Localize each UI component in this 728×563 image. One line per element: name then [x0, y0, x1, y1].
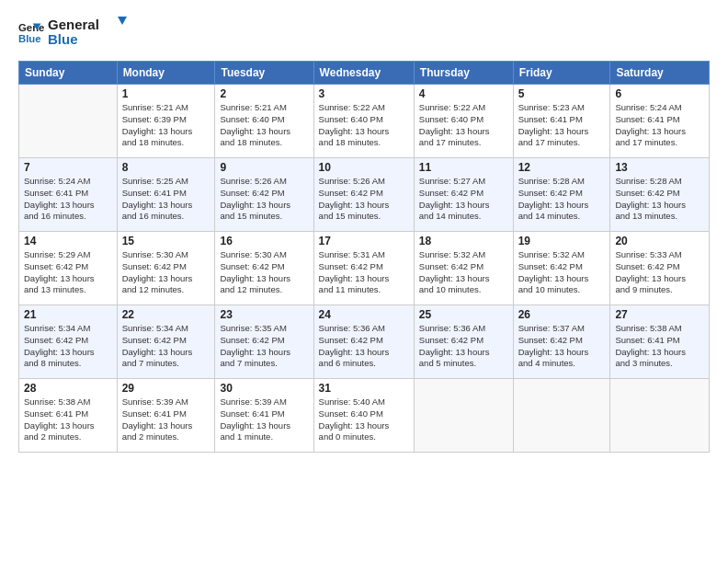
calendar-cell: 16Sunrise: 5:30 AM Sunset: 6:42 PM Dayli…: [215, 232, 313, 305]
cell-info: Sunrise: 5:38 AM Sunset: 6:41 PM Dayligh…: [24, 396, 112, 443]
calendar: SundayMondayTuesdayWednesdayThursdayFrid…: [18, 61, 710, 453]
cell-info: Sunrise: 5:33 AM Sunset: 6:42 PM Dayligh…: [615, 249, 704, 296]
logo-icon: General Blue: [18, 20, 44, 46]
calendar-cell: 10Sunrise: 5:26 AM Sunset: 6:42 PM Dayli…: [313, 158, 414, 232]
cell-info: Sunrise: 5:28 AM Sunset: 6:42 PM Dayligh…: [518, 176, 606, 223]
calendar-cell: 22Sunrise: 5:34 AM Sunset: 6:42 PM Dayli…: [117, 305, 215, 379]
week-row-1: 1Sunrise: 5:21 AM Sunset: 6:39 PM Daylig…: [19, 85, 710, 158]
weekday-header-saturday: Saturday: [610, 62, 710, 85]
weekday-header-friday: Friday: [513, 62, 610, 85]
cell-info: Sunrise: 5:36 AM Sunset: 6:42 PM Dayligh…: [319, 323, 409, 370]
calendar-cell: 19Sunrise: 5:32 AM Sunset: 6:42 PM Dayli…: [513, 232, 610, 305]
cell-info: Sunrise: 5:34 AM Sunset: 6:42 PM Dayligh…: [24, 323, 112, 370]
day-number: 26: [518, 308, 606, 321]
calendar-cell: 14Sunrise: 5:29 AM Sunset: 6:42 PM Dayli…: [19, 232, 118, 305]
cell-info: Sunrise: 5:30 AM Sunset: 6:42 PM Dayligh…: [122, 249, 210, 296]
cell-info: Sunrise: 5:27 AM Sunset: 6:42 PM Dayligh…: [419, 176, 508, 223]
calendar-cell: 2Sunrise: 5:21 AM Sunset: 6:40 PM Daylig…: [215, 85, 313, 158]
cell-info: Sunrise: 5:26 AM Sunset: 6:42 PM Dayligh…: [319, 176, 409, 223]
day-number: 8: [122, 161, 210, 174]
cell-info: Sunrise: 5:30 AM Sunset: 6:42 PM Dayligh…: [220, 249, 308, 296]
calendar-cell: 11Sunrise: 5:27 AM Sunset: 6:42 PM Dayli…: [414, 158, 513, 232]
cell-info: Sunrise: 5:32 AM Sunset: 6:42 PM Dayligh…: [419, 249, 508, 296]
week-row-4: 21Sunrise: 5:34 AM Sunset: 6:42 PM Dayli…: [19, 305, 710, 379]
calendar-cell: 30Sunrise: 5:39 AM Sunset: 6:41 PM Dayli…: [215, 379, 313, 453]
logo: General Blue General Blue: [18, 15, 131, 52]
calendar-cell: 6Sunrise: 5:24 AM Sunset: 6:41 PM Daylig…: [610, 85, 710, 158]
calendar-cell: 12Sunrise: 5:28 AM Sunset: 6:42 PM Dayli…: [513, 158, 610, 232]
day-number: 6: [615, 87, 704, 100]
day-number: 14: [24, 235, 112, 247]
cell-info: Sunrise: 5:39 AM Sunset: 6:41 PM Dayligh…: [122, 396, 210, 443]
calendar-cell: 26Sunrise: 5:37 AM Sunset: 6:42 PM Dayli…: [513, 305, 610, 379]
weekday-header-sunday: Sunday: [19, 62, 118, 85]
cell-info: Sunrise: 5:28 AM Sunset: 6:42 PM Dayligh…: [615, 176, 704, 223]
calendar-cell: [610, 379, 710, 453]
day-number: 20: [615, 235, 704, 247]
day-number: 27: [615, 308, 704, 321]
calendar-cell: [414, 379, 513, 453]
calendar-cell: 23Sunrise: 5:35 AM Sunset: 6:42 PM Dayli…: [215, 305, 313, 379]
day-number: 15: [122, 235, 210, 247]
day-number: 31: [319, 382, 409, 395]
day-number: 16: [220, 235, 308, 247]
cell-info: Sunrise: 5:21 AM Sunset: 6:40 PM Dayligh…: [220, 102, 308, 149]
day-number: 17: [319, 235, 409, 247]
calendar-cell: 24Sunrise: 5:36 AM Sunset: 6:42 PM Dayli…: [313, 305, 414, 379]
cell-info: Sunrise: 5:39 AM Sunset: 6:41 PM Dayligh…: [220, 396, 308, 443]
day-number: 18: [419, 235, 508, 247]
day-number: 22: [122, 308, 210, 321]
cell-info: Sunrise: 5:37 AM Sunset: 6:42 PM Dayligh…: [518, 323, 606, 370]
svg-text:Blue: Blue: [18, 33, 41, 44]
calendar-cell: 15Sunrise: 5:30 AM Sunset: 6:42 PM Dayli…: [117, 232, 215, 305]
page: General Blue General Blue SundayMondayTu…: [0, 0, 728, 563]
cell-info: Sunrise: 5:22 AM Sunset: 6:40 PM Dayligh…: [319, 102, 409, 149]
calendar-cell: 27Sunrise: 5:38 AM Sunset: 6:41 PM Dayli…: [610, 305, 710, 379]
calendar-cell: 18Sunrise: 5:32 AM Sunset: 6:42 PM Dayli…: [414, 232, 513, 305]
week-row-3: 14Sunrise: 5:29 AM Sunset: 6:42 PM Dayli…: [19, 232, 710, 305]
week-row-2: 7Sunrise: 5:24 AM Sunset: 6:41 PM Daylig…: [19, 158, 710, 232]
cell-info: Sunrise: 5:26 AM Sunset: 6:42 PM Dayligh…: [220, 176, 308, 223]
day-number: 7: [24, 161, 112, 174]
cell-info: Sunrise: 5:21 AM Sunset: 6:39 PM Dayligh…: [122, 102, 210, 149]
weekday-header-wednesday: Wednesday: [313, 62, 414, 85]
logo-svg: General Blue: [48, 15, 131, 48]
cell-info: Sunrise: 5:32 AM Sunset: 6:42 PM Dayligh…: [518, 249, 606, 296]
calendar-cell: 21Sunrise: 5:34 AM Sunset: 6:42 PM Dayli…: [19, 305, 118, 379]
day-number: 1: [122, 87, 210, 100]
day-number: 3: [319, 87, 409, 100]
cell-info: Sunrise: 5:34 AM Sunset: 6:42 PM Dayligh…: [122, 323, 210, 370]
cell-info: Sunrise: 5:23 AM Sunset: 6:41 PM Dayligh…: [518, 102, 606, 149]
calendar-cell: 17Sunrise: 5:31 AM Sunset: 6:42 PM Dayli…: [313, 232, 414, 305]
day-number: 28: [24, 382, 112, 395]
day-number: 12: [518, 161, 606, 174]
cell-info: Sunrise: 5:36 AM Sunset: 6:42 PM Dayligh…: [419, 323, 508, 370]
day-number: 29: [122, 382, 210, 395]
day-number: 11: [419, 161, 508, 174]
cell-info: Sunrise: 5:25 AM Sunset: 6:41 PM Dayligh…: [122, 176, 210, 223]
calendar-cell: 29Sunrise: 5:39 AM Sunset: 6:41 PM Dayli…: [117, 379, 215, 453]
cell-info: Sunrise: 5:38 AM Sunset: 6:41 PM Dayligh…: [615, 323, 704, 370]
calendar-cell: 5Sunrise: 5:23 AM Sunset: 6:41 PM Daylig…: [513, 85, 610, 158]
cell-info: Sunrise: 5:22 AM Sunset: 6:40 PM Dayligh…: [419, 102, 508, 149]
cell-info: Sunrise: 5:40 AM Sunset: 6:40 PM Dayligh…: [319, 396, 409, 443]
calendar-cell: [513, 379, 610, 453]
calendar-cell: 28Sunrise: 5:38 AM Sunset: 6:41 PM Dayli…: [19, 379, 118, 453]
day-number: 25: [419, 308, 508, 321]
day-number: 5: [518, 87, 606, 100]
day-number: 9: [220, 161, 308, 174]
day-number: 21: [24, 308, 112, 321]
day-number: 30: [220, 382, 308, 395]
cell-info: Sunrise: 5:35 AM Sunset: 6:42 PM Dayligh…: [220, 323, 308, 370]
day-number: 24: [319, 308, 409, 321]
cell-info: Sunrise: 5:29 AM Sunset: 6:42 PM Dayligh…: [24, 249, 112, 296]
calendar-cell: 25Sunrise: 5:36 AM Sunset: 6:42 PM Dayli…: [414, 305, 513, 379]
calendar-cell: 8Sunrise: 5:25 AM Sunset: 6:41 PM Daylig…: [117, 158, 215, 232]
calendar-cell: 9Sunrise: 5:26 AM Sunset: 6:42 PM Daylig…: [215, 158, 313, 232]
calendar-cell: 20Sunrise: 5:33 AM Sunset: 6:42 PM Dayli…: [610, 232, 710, 305]
calendar-cell: 13Sunrise: 5:28 AM Sunset: 6:42 PM Dayli…: [610, 158, 710, 232]
day-number: 2: [220, 87, 308, 100]
calendar-cell: 7Sunrise: 5:24 AM Sunset: 6:41 PM Daylig…: [19, 158, 118, 232]
calendar-cell: 4Sunrise: 5:22 AM Sunset: 6:40 PM Daylig…: [414, 85, 513, 158]
cell-info: Sunrise: 5:24 AM Sunset: 6:41 PM Dayligh…: [24, 176, 112, 223]
